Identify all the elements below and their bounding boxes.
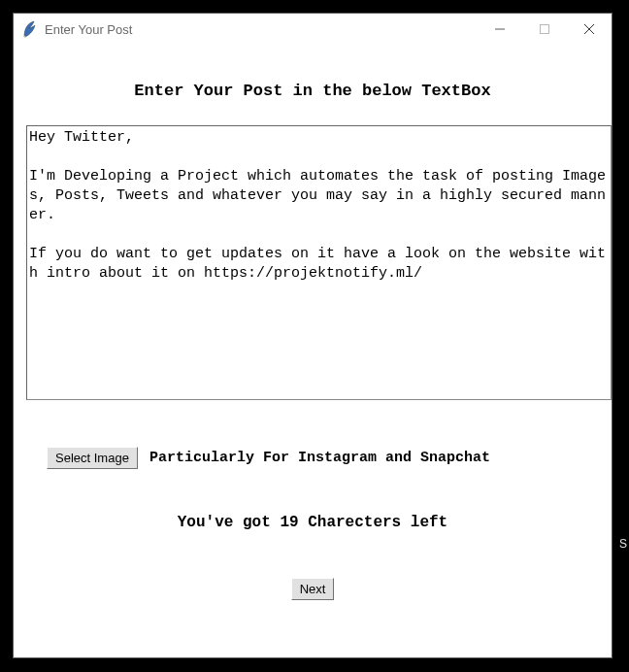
maximize-button[interactable] (522, 14, 567, 45)
titlebar: Enter Your Post (14, 14, 612, 45)
svg-rect-1 (541, 25, 549, 34)
select-image-hint: Particularly For Instagram and Snapchat (149, 450, 490, 466)
next-button[interactable]: Next (291, 578, 335, 600)
client-area: Enter Your Post in the below TextBox Sel… (14, 45, 612, 657)
app-window: Enter Your Post Enter Your Post in the b… (13, 13, 612, 658)
next-button-wrap: Next (291, 578, 335, 600)
select-image-button[interactable]: Select Image (47, 447, 138, 469)
minimize-button[interactable] (478, 14, 522, 45)
window-controls (478, 14, 612, 45)
select-image-row: Select Image Particularly For Instagram … (14, 447, 490, 469)
characters-left-label: You've got 19 Charecters left (178, 514, 447, 531)
post-textbox[interactable] (26, 125, 612, 400)
page-heading: Enter Your Post in the below TextBox (134, 82, 490, 100)
close-button[interactable] (567, 14, 612, 45)
tk-feather-icon (21, 19, 37, 39)
stray-character: S (619, 537, 627, 551)
window-title: Enter Your Post (45, 22, 478, 37)
